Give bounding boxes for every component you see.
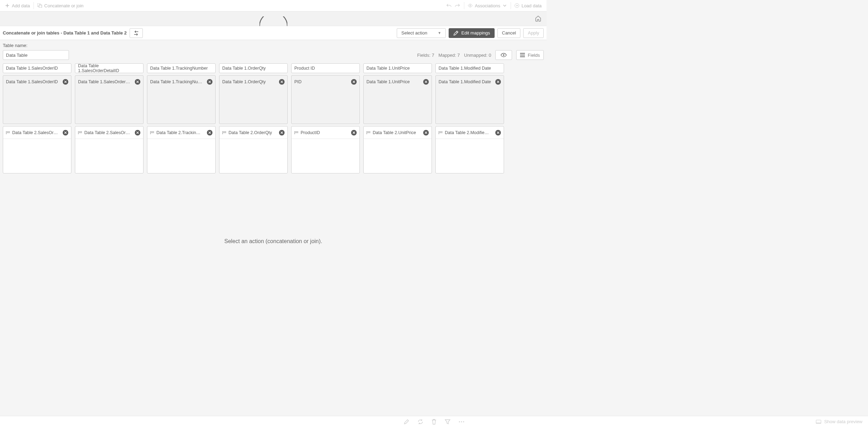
apply-button: Apply xyxy=(523,28,544,38)
table1-field-card[interactable]: Data Table 1.OrderQty xyxy=(219,75,288,124)
associations-button[interactable]: Associations xyxy=(465,0,510,11)
chevron-down-icon xyxy=(502,3,507,8)
drag-handle-icon[interactable] xyxy=(222,131,226,134)
column-header-input[interactable]: Data Table 1.OrderQty xyxy=(219,63,288,73)
table2-field-card[interactable]: Data Table 2.Trackin… xyxy=(147,126,216,173)
column-header-label: Data Table 1.OrderQty xyxy=(222,66,266,71)
column-header-input[interactable]: Data Table 1.SalesOrderID xyxy=(3,63,71,73)
top-toolbar: Add data Concatenate or join Association… xyxy=(0,0,547,11)
table1-field-card[interactable]: PID xyxy=(291,75,360,124)
remove-icon[interactable] xyxy=(135,130,140,135)
mapping-column: Data Table 1.SalesOrderDetailIDData Tabl… xyxy=(75,63,144,173)
remove-icon[interactable] xyxy=(423,130,429,135)
load-data-label: Load data xyxy=(521,3,542,8)
add-data-label: Add data xyxy=(12,3,30,8)
drag-handle-icon[interactable] xyxy=(150,131,154,134)
remove-icon[interactable] xyxy=(351,79,357,85)
table1-field-label: Data Table 1.SalesOrderID xyxy=(6,79,61,84)
swap-button[interactable] xyxy=(130,28,143,38)
preview-toggle-button[interactable] xyxy=(495,50,512,60)
remove-icon[interactable] xyxy=(495,130,501,135)
tables-icon xyxy=(37,3,42,8)
table1-field-label: PID xyxy=(294,79,349,84)
action-bar: Concatenate or join tables - Data Table … xyxy=(0,26,547,40)
remove-icon[interactable] xyxy=(351,130,357,135)
cancel-label: Cancel xyxy=(502,30,516,36)
redo-icon[interactable] xyxy=(455,3,460,8)
separator xyxy=(33,2,34,9)
field-stats: Fields: 7 Mapped: 7 Unmapped: 0 Fields xyxy=(417,50,544,60)
fields-button[interactable]: Fields xyxy=(516,50,544,60)
concat-join-label: Concatenate or join xyxy=(44,3,84,8)
table2-field-card[interactable]: Data Table 2.SalesOr… xyxy=(75,126,144,173)
column-header-label: Product ID xyxy=(294,66,315,71)
column-header-label: Data Table 1.TrackingNumber xyxy=(150,66,208,71)
add-data-button[interactable]: Add data xyxy=(2,0,33,11)
cancel-button[interactable]: Cancel xyxy=(497,28,520,38)
table2-field-card[interactable]: ProductID xyxy=(291,126,360,173)
table1-field-card[interactable]: Data Table 1.Modified Date xyxy=(435,75,504,124)
drag-handle-icon[interactable] xyxy=(6,131,10,134)
column-header-label: Data Table 1.SalesOrderID xyxy=(6,66,58,71)
remove-icon[interactable] xyxy=(279,79,285,85)
mapping-column: Data Table 1.Modified DateData Table 1.M… xyxy=(435,63,504,173)
fields-count: Fields: 7 xyxy=(417,53,434,58)
remove-icon[interactable] xyxy=(135,79,140,85)
table2-field-card[interactable]: Data Table 2.UnitPrice xyxy=(363,126,432,173)
remove-icon[interactable] xyxy=(423,79,429,85)
svg-rect-1 xyxy=(39,5,42,8)
drag-handle-icon[interactable] xyxy=(366,131,371,134)
remove-icon[interactable] xyxy=(279,130,285,135)
table1-field-label: Data Table 1.Modified Date xyxy=(439,79,493,84)
column-header-input[interactable]: Data Table 1.Modified Date xyxy=(435,63,504,73)
column-header-label: Data Table 1.SalesOrderDetailID xyxy=(78,63,140,73)
drag-handle-icon[interactable] xyxy=(294,131,299,134)
drag-handle-icon[interactable] xyxy=(439,131,443,134)
remove-icon[interactable] xyxy=(495,79,501,85)
mapping-column: Product IDPIDProductID xyxy=(291,63,360,173)
column-header-input[interactable]: Data Table 1.UnitPrice xyxy=(363,63,432,73)
table-name-section: Table name: Fields: 7 Mapped: 7 Unmapped… xyxy=(0,40,547,60)
remove-icon[interactable] xyxy=(63,79,68,85)
associations-label: Associations xyxy=(475,3,500,8)
column-header-label: Data Table 1.UnitPrice xyxy=(366,66,410,71)
associations-strip xyxy=(0,11,547,26)
table2-field-card[interactable]: Data Table 2.SalesOr… xyxy=(3,126,71,173)
table1-field-card[interactable]: Data Table 1.SalesOrderID xyxy=(3,75,71,124)
column-header-input[interactable]: Data Table 1.TrackingNumber xyxy=(147,63,216,73)
table1-field-card[interactable]: Data Table 1.SalesOrder… xyxy=(75,75,144,124)
table2-field-card[interactable]: Data Table 2.Modifie… xyxy=(435,126,504,173)
caret-down-icon: ▼ xyxy=(438,31,441,35)
table2-field-label: ProductID xyxy=(301,130,349,135)
column-header-input[interactable]: Product ID xyxy=(291,63,360,73)
select-action-label: Select action xyxy=(401,30,427,36)
mapping-column: Data Table 1.UnitPriceData Table 1.UnitP… xyxy=(363,63,432,173)
svg-point-2 xyxy=(470,5,471,6)
table1-field-card[interactable]: Data Table 1.TrackingNu… xyxy=(147,75,216,124)
page-title: Concatenate or join tables - Data Table … xyxy=(3,30,127,36)
table2-field-label: Data Table 2.Trackin… xyxy=(156,130,205,135)
column-header-input[interactable]: Data Table 1.SalesOrderDetailID xyxy=(75,63,144,73)
home-icon[interactable] xyxy=(535,15,542,22)
plus-icon xyxy=(5,3,10,8)
table1-field-card[interactable]: Data Table 1.UnitPrice xyxy=(363,75,432,124)
table2-field-label: Data Table 2.OrderQty xyxy=(228,130,277,135)
table2-field-card[interactable]: Data Table 2.OrderQty xyxy=(219,126,288,173)
table1-field-label: Data Table 1.TrackingNu… xyxy=(150,79,205,84)
concat-join-button[interactable]: Concatenate or join xyxy=(34,0,86,11)
remove-icon[interactable] xyxy=(207,130,212,135)
remove-icon[interactable] xyxy=(63,130,68,135)
select-action-dropdown[interactable]: Select action ▼ xyxy=(397,28,445,38)
drag-handle-icon[interactable] xyxy=(78,131,82,134)
separator xyxy=(511,2,511,9)
play-circle-icon xyxy=(514,3,519,8)
table1-field-label: Data Table 1.UnitPrice xyxy=(366,79,421,84)
table-name-input[interactable] xyxy=(3,50,69,60)
load-data-button[interactable]: Load data xyxy=(512,0,544,11)
edit-mappings-button[interactable]: Edit mappings xyxy=(449,28,495,38)
unmapped-count: Unmapped: 0 xyxy=(464,53,491,58)
column-header-label: Data Table 1.Modified Date xyxy=(439,66,491,71)
undo-icon[interactable] xyxy=(447,3,451,8)
mapping-column: Data Table 1.TrackingNumberData Table 1.… xyxy=(147,63,216,173)
remove-icon[interactable] xyxy=(207,79,212,85)
